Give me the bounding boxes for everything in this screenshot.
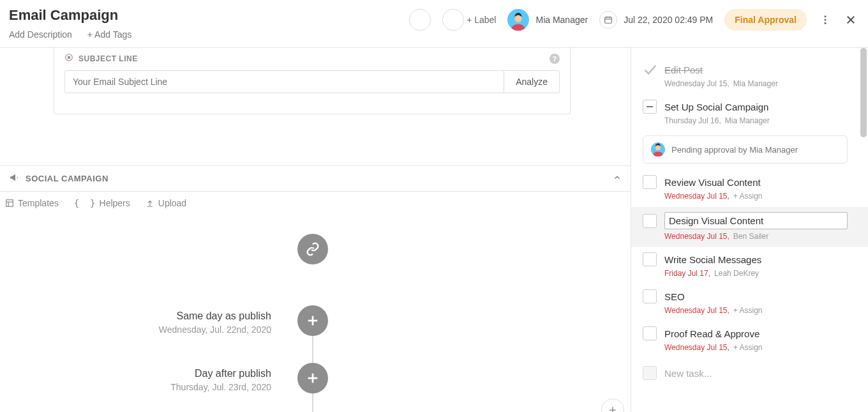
templates-button[interactable]: Templates (5, 198, 59, 208)
svg-point-5 (825, 15, 827, 17)
task-assignee-0[interactable]: Mia Manager (733, 79, 778, 88)
svg-rect-12 (6, 200, 13, 207)
svg-point-6 (825, 19, 827, 21)
slot-1-date: Thursday, Jul. 23rd, 2020 (128, 382, 271, 392)
add-description[interactable]: Add Description (9, 29, 72, 40)
owner-avatar (507, 9, 529, 31)
analyze-button[interactable]: Analyze (504, 71, 559, 93)
new-task-placeholder: New task... (664, 368, 712, 379)
chevron-up-icon[interactable] (613, 173, 622, 184)
upload-button[interactable]: Upload (146, 198, 186, 208)
add-slot-1-button[interactable] (297, 363, 328, 393)
subject-input[interactable] (65, 71, 504, 93)
task-item-3[interactable]: Wednesday Jul 15, Ben Sailer (631, 207, 868, 247)
megaphone-icon (9, 172, 19, 185)
task-item-1[interactable]: Set Up Social Campaign Thursday Jul 16, … (631, 95, 868, 132)
approval-text: Pending approval by Mia Manager (671, 145, 798, 155)
svg-rect-1 (605, 17, 612, 23)
approval-banner[interactable]: Pending approval by Mia Manager (643, 135, 848, 164)
task-assignee-4[interactable]: Leah DeKrey (714, 269, 759, 278)
helpers-button[interactable]: { } Helpers (74, 198, 130, 208)
color-swatch-1[interactable] (409, 9, 431, 31)
slot-1: Day after publish Thursday, Jul. 23rd, 2… (128, 368, 271, 392)
subheader: Add Description + Add Tags (9, 29, 409, 40)
task-assignee-6[interactable]: + Assign (733, 343, 763, 352)
owner-segment[interactable]: Mia Manager (507, 9, 588, 31)
close-icon[interactable] (844, 13, 858, 27)
task-title-1: Set Up Social Campaign (664, 102, 768, 112)
add-label: + Label (467, 15, 496, 25)
task-item-2[interactable]: Review Visual Content Wednesday Jul 15, … (631, 170, 868, 207)
svg-point-11 (68, 56, 71, 59)
subject-label: SUBJECT LINE (79, 54, 138, 63)
task-title-input-3[interactable] (664, 212, 848, 229)
task-item-0[interactable]: Edit Post Wednesday Jul 15, Mia Manager (631, 57, 868, 95)
schedule-date: Jul 22, 2020 02:49 PM (624, 15, 713, 25)
timeline: Same day as publish Wednesday, Jul. 22nd… (0, 215, 631, 412)
task-check-6[interactable] (643, 326, 657, 340)
add-slot-0-button[interactable] (297, 305, 328, 336)
task-title-0: Edit Post (664, 65, 703, 75)
add-tags[interactable]: + Add Tags (87, 29, 131, 40)
calendar-icon (599, 11, 617, 29)
header: Email Campaign Add Description + Add Tag… (0, 0, 868, 48)
task-item-6[interactable]: Proof Read & Approve Wednesday Jul 15, +… (631, 321, 868, 358)
task-assignee-5[interactable]: + Assign (733, 306, 763, 315)
slot-1-title: Day after publish (128, 368, 271, 379)
timeline-connector-0 (312, 336, 313, 363)
task-title-4: Write Social Messages (664, 254, 761, 265)
task-due-1: Thursday Jul 16, (664, 116, 721, 125)
add-floating-button[interactable] (601, 399, 624, 412)
social-section-header[interactable]: SOCIAL CAMPAIGN (0, 165, 631, 192)
main: SUBJECT LINE ? Analyze SOCIAL CAMPAIGN (0, 48, 868, 412)
header-right: + Label Mia Manager Jul 22, 2020 02:49 P… (409, 9, 858, 31)
task-check-4[interactable] (643, 252, 657, 266)
task-item-4[interactable]: Write Social Messages Friday Jul 17, Lea… (631, 247, 868, 284)
slot-0-title: Same day as publish (128, 310, 271, 322)
templates-label: Templates (18, 198, 59, 208)
task-assignee-2[interactable]: + Assign (733, 192, 763, 201)
more-menu-icon[interactable] (818, 13, 832, 27)
subject-row: Analyze (64, 70, 560, 93)
left-column: SUBJECT LINE ? Analyze SOCIAL CAMPAIGN (0, 48, 631, 412)
subject-card: SUBJECT LINE ? Analyze (54, 48, 571, 114)
help-icon[interactable]: ? (550, 54, 560, 64)
task-check-indeterminate[interactable] (643, 100, 657, 114)
approval-avatar (651, 142, 665, 156)
task-item-5[interactable]: SEO Wednesday Jul 15, + Assign (631, 284, 868, 321)
social-section-label: SOCIAL CAMPAIGN (26, 174, 108, 183)
task-check-2[interactable] (643, 175, 657, 189)
task-assignee-3[interactable]: Ben Sailer (733, 232, 768, 241)
task-due-0: Wednesday Jul 15, (664, 79, 730, 88)
task-due-5: Wednesday Jul 15, (664, 306, 730, 315)
timeline-connector-1 (312, 393, 313, 412)
new-task-check (643, 366, 657, 380)
task-due-2: Wednesday Jul 15, (664, 192, 730, 201)
slot-0: Same day as publish Wednesday, Jul. 22nd… (128, 310, 271, 335)
social-toolbar: Templates { } Helpers Upload (0, 192, 631, 215)
new-task-row[interactable]: New task... (631, 358, 868, 388)
task-title-6: Proof Read & Approve (664, 328, 760, 339)
date-segment[interactable]: Jul 22, 2020 02:49 PM (599, 11, 713, 29)
task-assignee-1[interactable]: Mia Manager (725, 116, 770, 125)
task-check-3[interactable] (643, 214, 657, 228)
slot-0-date: Wednesday, Jul. 22nd, 2020 (128, 324, 271, 335)
scrollbar-thumb[interactable] (860, 48, 867, 137)
task-check-done-icon[interactable] (643, 63, 657, 77)
subject-head: SUBJECT LINE ? (64, 53, 560, 64)
label-segment[interactable]: + Label (442, 9, 496, 31)
task-due-3: Wednesday Jul 15, (664, 232, 730, 241)
label-swatch (442, 9, 464, 31)
task-sidebar: Edit Post Wednesday Jul 15, Mia Manager … (631, 48, 868, 412)
svg-point-21 (655, 145, 661, 150)
link-button[interactable] (297, 234, 328, 264)
owner-name: Mia Manager (535, 15, 588, 25)
page-title[interactable]: Email Campaign (9, 6, 409, 24)
final-approval-button[interactable]: Final Approval (724, 9, 807, 31)
task-check-5[interactable] (643, 289, 657, 303)
task-due-6: Wednesday Jul 15, (664, 343, 730, 352)
svg-point-0 (515, 15, 522, 22)
helpers-label: Helpers (100, 198, 130, 208)
task-due-4: Friday Jul 17, (664, 269, 710, 278)
upload-label: Upload (158, 198, 186, 208)
